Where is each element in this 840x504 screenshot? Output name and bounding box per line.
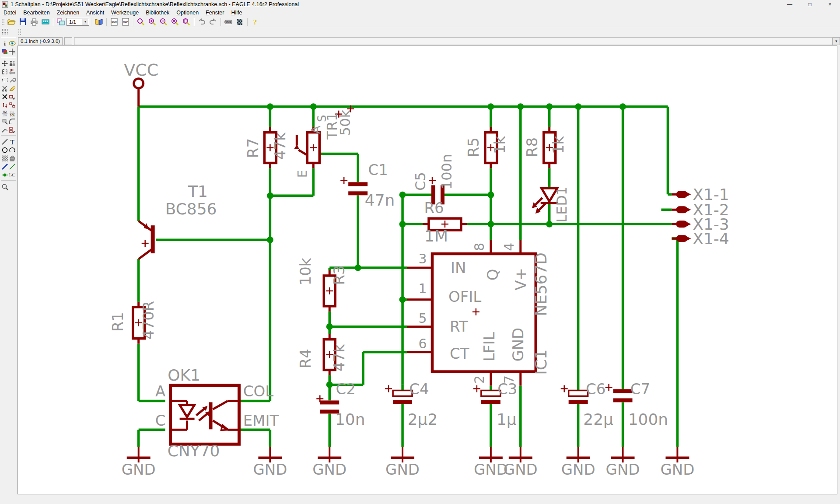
label-22µ: 22µ bbox=[583, 410, 613, 428]
zoom-fit-button[interactable] bbox=[136, 17, 146, 26]
sheet-selector[interactable]: 1/1▾ bbox=[66, 18, 89, 26]
info-tool[interactable]: i bbox=[1, 39, 8, 47]
chevron-down-icon[interactable]: ▾ bbox=[82, 19, 88, 25]
label-R3: R3 bbox=[330, 265, 348, 285]
delete-tool[interactable] bbox=[1, 92, 8, 101]
bus-tool[interactable] bbox=[1, 162, 8, 171]
change-tool[interactable] bbox=[8, 76, 16, 84]
erc-tool[interactable] bbox=[1, 182, 8, 191]
rect-tool[interactable] bbox=[1, 154, 8, 162]
gateswap-tool[interactable] bbox=[8, 101, 16, 109]
label-IC1: IC1 bbox=[532, 349, 550, 375]
menu-datei[interactable]: Datei bbox=[0, 9, 20, 16]
svg-text:10k: 10k bbox=[10, 114, 15, 117]
menu-bearbeiten[interactable]: Bearbeiten bbox=[20, 9, 53, 16]
schematic-drawing[interactable]: VCCT1BC856R747kAESTR150kC147nC5100nR61MR… bbox=[18, 46, 837, 494]
rotate-tool[interactable] bbox=[8, 67, 16, 76]
label-X1-4: X1-4 bbox=[693, 230, 729, 248]
add-tool[interactable] bbox=[8, 92, 16, 101]
label-C: C bbox=[155, 412, 166, 429]
menu-hilfe[interactable]: Hilfe bbox=[228, 9, 245, 16]
menu-bibliothek[interactable]: Bibliothek bbox=[142, 9, 173, 16]
open-button[interactable] bbox=[6, 17, 17, 26]
wire-tool[interactable] bbox=[1, 137, 8, 146]
print-button[interactable] bbox=[29, 17, 39, 26]
label-47k: 47k bbox=[330, 344, 348, 371]
toolbar-grip[interactable] bbox=[1, 18, 5, 25]
redo-button[interactable] bbox=[208, 17, 218, 26]
zoom-out-button[interactable] bbox=[158, 17, 169, 26]
close-button[interactable]: × bbox=[820, 0, 840, 9]
label-A: A bbox=[155, 382, 165, 400]
label-GND: GND bbox=[606, 461, 640, 478]
label-R6: R6 bbox=[424, 199, 444, 217]
label-Q: Q bbox=[484, 269, 501, 281]
label-T1: T1 bbox=[188, 182, 208, 200]
pinswap-tool[interactable] bbox=[1, 101, 8, 109]
zoom-in-button[interactable] bbox=[147, 17, 158, 26]
text-tool[interactable]: T bbox=[8, 137, 16, 146]
label-2µ2: 2µ2 bbox=[408, 410, 438, 428]
cam-processor-button[interactable] bbox=[40, 17, 51, 26]
label-C4: C4 bbox=[409, 380, 429, 398]
help-button[interactable]: ? bbox=[250, 17, 260, 26]
library-button[interactable] bbox=[94, 17, 104, 26]
circle-tool[interactable] bbox=[1, 146, 8, 154]
label-OK1: OK1 bbox=[168, 366, 200, 384]
label-100n: 100n bbox=[438, 154, 455, 189]
display-tool[interactable] bbox=[1, 47, 8, 56]
copy-tool[interactable] bbox=[8, 59, 16, 67]
zoom-select-button[interactable] bbox=[181, 17, 192, 26]
label-GND: GND bbox=[122, 461, 156, 478]
show-tool[interactable] bbox=[8, 39, 16, 47]
split-tool[interactable] bbox=[1, 126, 8, 134]
polygon-tool[interactable] bbox=[8, 154, 16, 162]
mirror-tool[interactable] bbox=[1, 67, 8, 76]
board-schematic-toggle[interactable] bbox=[56, 17, 66, 26]
maximize-button[interactable]: □ bbox=[800, 0, 820, 9]
label-OFIL: OFIL bbox=[448, 288, 481, 305]
value-tool[interactable]: R210k bbox=[8, 109, 16, 117]
parameter-blank-button[interactable] bbox=[64, 37, 72, 45]
paste-tool[interactable] bbox=[8, 84, 16, 92]
menu-ansicht[interactable]: Ansicht bbox=[83, 9, 108, 16]
junction-tool[interactable] bbox=[1, 171, 8, 179]
schematic-canvas[interactable]: VCCT1BC856R747kAESTR150kC147nC5100nR61MR… bbox=[18, 46, 837, 494]
cut-tool[interactable] bbox=[1, 84, 8, 92]
net-tool[interactable] bbox=[8, 162, 16, 171]
move-tool[interactable] bbox=[1, 59, 8, 67]
menu-optionen[interactable]: Optionen bbox=[173, 9, 202, 16]
minimize-button[interactable]: — bbox=[780, 0, 800, 9]
script-button[interactable]: SCR bbox=[109, 17, 119, 26]
label-8: 8 bbox=[472, 243, 487, 251]
svg-text:i: i bbox=[4, 40, 6, 47]
name-tool[interactable]: R210k bbox=[1, 109, 8, 117]
stop-button[interactable]: STOP bbox=[223, 17, 234, 26]
parameter-field[interactable] bbox=[74, 37, 833, 45]
component-symbols[interactable] bbox=[127, 79, 691, 462]
smash-tool[interactable] bbox=[1, 117, 8, 126]
invoke-tool[interactable] bbox=[8, 126, 16, 134]
toolbar-separator bbox=[91, 18, 91, 26]
arc-tool[interactable] bbox=[8, 146, 16, 154]
zoom-redraw-button[interactable] bbox=[170, 17, 180, 26]
label-CNY70: CNY70 bbox=[168, 442, 220, 460]
go-button[interactable] bbox=[234, 17, 245, 26]
menu-werkzeuge[interactable]: Werkzeuge bbox=[108, 9, 142, 16]
ulp-button[interactable]: ULP bbox=[120, 17, 131, 26]
svg-text:A: A bbox=[11, 173, 13, 176]
toolbar-grip[interactable] bbox=[18, 28, 21, 35]
label-GND: GND bbox=[561, 461, 595, 478]
group-tool[interactable] bbox=[1, 76, 8, 84]
miter-tool[interactable] bbox=[8, 117, 16, 126]
menu-zeichnen[interactable]: Zeichnen bbox=[53, 9, 83, 16]
parameter-dropdown-arrow[interactable]: ▾ bbox=[833, 37, 840, 45]
grid-tool[interactable] bbox=[1, 27, 8, 35]
menu-fenster[interactable]: Fenster bbox=[202, 9, 228, 16]
mark-tool[interactable] bbox=[8, 47, 16, 56]
undo-button[interactable] bbox=[196, 17, 207, 26]
svg-text:?: ? bbox=[253, 18, 257, 26]
action-toolbar: 1/1▾SCRULPSTOP? bbox=[0, 17, 840, 27]
label-tool[interactable]: A bbox=[8, 171, 16, 179]
save-button[interactable] bbox=[18, 17, 28, 26]
